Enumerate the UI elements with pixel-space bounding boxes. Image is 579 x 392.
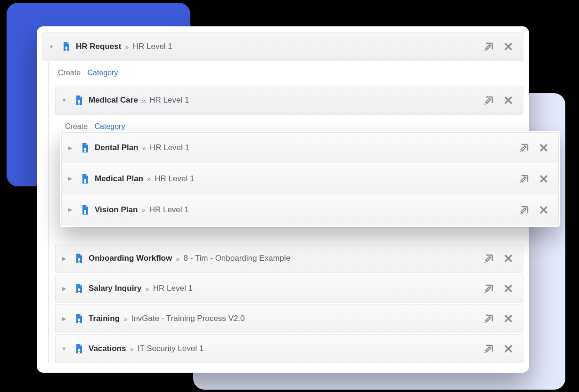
close-button[interactable] [536,140,552,156]
document-icon [81,143,91,153]
chevron-right-icon[interactable]: ▶ [65,176,75,182]
category-title: Training [89,314,120,323]
category-subtitle: HR Level 1 [153,284,193,293]
category-row-vision-plan[interactable]: ▶ Vision Plan » HR Level 1 [61,194,559,225]
breadcrumb-separator: » [123,315,127,323]
close-button[interactable] [500,311,516,327]
chevron-down-icon[interactable]: ▼ [59,346,69,352]
category-row-medical-plan[interactable]: ▶ Medical Plan » HR Level 1 [61,163,559,194]
edit-button[interactable] [481,311,497,327]
breadcrumb-separator: » [130,345,133,353]
category-title: Vision Plan [95,205,138,215]
chevron-down-icon[interactable]: ▼ [47,44,56,49]
category-row-salary-inquiry[interactable]: ▶ Salary Inquiry » HR Level 1 [55,274,523,303]
close-button[interactable] [536,171,552,187]
chevron-right-icon[interactable]: ▶ [59,286,69,292]
breadcrumb-separator: » [176,255,179,263]
close-button[interactable] [500,341,516,357]
category-title: Salary Inquiry [89,284,141,293]
chevron-right-icon[interactable]: ▶ [65,207,75,213]
edit-button[interactable] [481,92,497,108]
category-title: HR Request [76,42,121,51]
edit-button[interactable] [516,171,532,187]
edit-button[interactable] [481,341,497,357]
category-title: Onboarding Workflow [89,254,172,263]
document-icon [74,95,85,105]
close-button[interactable] [500,250,516,266]
breadcrumb-separator: » [142,96,146,104]
document-icon [62,41,72,52]
create-category-link[interactable]: Category [94,122,125,130]
breadcrumb-separator: » [141,206,145,214]
close-button[interactable] [536,202,552,218]
category-subtitle: InvGate - Training Process V2.0 [131,314,245,323]
category-row-medical-care[interactable]: ▼ Medical Care » HR Level 1 [55,86,523,115]
edit-button[interactable] [481,250,497,266]
close-button[interactable] [500,280,516,296]
category-subtitle: 8 - Tim - Onboarding Example [184,254,291,263]
create-category-link[interactable]: Category [87,69,118,77]
category-title: Medical Care [89,96,138,105]
document-icon [74,253,85,264]
category-title: Medical Plan [95,174,143,184]
create-label: Create [65,122,88,130]
edit-button[interactable] [481,280,497,296]
category-subtitle: HR Level 1 [150,143,189,152]
chevron-right-icon[interactable]: ▶ [65,145,75,151]
document-icon [74,344,85,354]
close-button[interactable] [500,39,516,55]
breadcrumb-separator: » [125,43,129,51]
breadcrumb-separator: » [142,144,146,152]
category-row-training[interactable]: ▶ Training » InvGate - Training Process … [55,304,523,333]
category-row-hr-request[interactable]: ▼ HR Request » HR Level 1 [42,32,523,61]
chevron-right-icon[interactable]: ▶ [59,256,69,262]
category-subtitle: IT Security Level 1 [138,344,204,353]
breadcrumb-separator: » [147,175,151,183]
edit-button[interactable] [516,140,532,156]
chevron-right-icon[interactable]: ▶ [59,316,69,322]
category-row-vacations[interactable]: ▼ Vacations » IT Security Level 1 [55,334,523,363]
category-title: Dental Plan [95,143,139,152]
document-icon [81,174,91,184]
document-icon [81,205,91,215]
document-icon [74,313,85,324]
category-row-dental-plan[interactable]: ▶ Dental Plan » HR Level 1 [61,132,559,163]
chevron-down-icon[interactable]: ▼ [59,97,69,103]
breadcrumb-separator: » [145,285,149,293]
category-subtitle: HR Level 1 [133,42,172,51]
create-category-line: Create Category [55,62,523,85]
floating-subcategory-group: ▶ Dental Plan » HR Level 1 ▶ Medical Pla… [60,131,560,227]
create-label: Create [58,69,81,77]
document-icon [74,283,85,294]
close-button[interactable] [500,92,516,108]
edit-button[interactable] [481,39,497,55]
category-subtitle: HR Level 1 [149,205,189,215]
edit-button[interactable] [516,202,532,218]
category-row-onboarding[interactable]: ▶ Onboarding Workflow » 8 - Tim - Onboar… [55,244,523,273]
category-title: Vacations [89,344,126,353]
category-subtitle: HR Level 1 [155,174,194,184]
category-subtitle: HR Level 1 [149,96,189,105]
